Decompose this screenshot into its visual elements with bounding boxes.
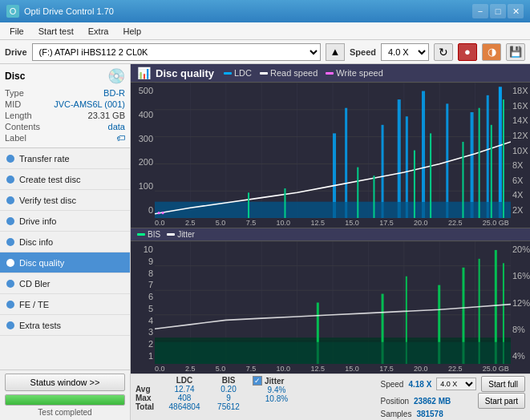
status-window-button[interactable]: Status window >> [5, 374, 125, 391]
start-full-button[interactable]: Start full [481, 376, 525, 392]
nav-create-test-disc-label: Create test disc [19, 175, 80, 184]
menu-help[interactable]: Help [116, 25, 148, 38]
top-chart-y-right: 18X 16X 14X 12X 10X 8X 6X 4X 2X [511, 83, 530, 218]
svg-rect-32 [357, 168, 358, 218]
app-title: Opti Drive Control 1.70 [24, 6, 114, 16]
nav-verify-test-disc[interactable]: Verify test disc [0, 190, 130, 211]
drive-label: Drive [5, 47, 27, 57]
save-button[interactable]: 💾 [506, 43, 525, 61]
chart-legend: LDC Read speed Write speed [224, 68, 383, 78]
legend-jitter-label: Jitter [177, 230, 195, 239]
nav-dot [6, 301, 14, 309]
disc-mid-label: MID [5, 99, 21, 109]
disc-label-icon[interactable]: 🏷 [116, 133, 125, 143]
stats-bar: -- Avg Max Total LDC 12.74 408 4864804 B… [131, 374, 530, 420]
jitter-checkbox[interactable]: ✓ [253, 376, 262, 386]
bottom-chart-svg [155, 241, 511, 364]
speed-label: Speed [380, 380, 403, 389]
nav-drive-info-label: Drive info [19, 216, 56, 226]
bottom-chart-y-right: 20% 16% 12% 8% 4% [511, 241, 530, 364]
svg-rect-20 [398, 99, 401, 218]
nav-drive-info[interactable]: Drive info [0, 211, 130, 232]
nav-extra-tests[interactable]: Extra tests [0, 315, 130, 336]
speed-label: Speed [350, 47, 376, 57]
stats-bis-total: 75612 [212, 402, 245, 411]
svg-rect-27 [155, 202, 511, 218]
nav-disc-info[interactable]: Disc info [0, 232, 130, 252]
nav-fe-te-label: FE / TE [19, 300, 49, 309]
position-label: Position [380, 397, 409, 406]
disc-type-row: Type BD-R [5, 88, 125, 98]
nav-disc-quality-label: Disc quality [19, 258, 64, 268]
disc-icon: 💿 [107, 67, 125, 85]
svg-rect-38 [491, 125, 492, 218]
app-icon: O [6, 5, 19, 18]
nav-create-test-disc[interactable]: Create test disc [0, 169, 130, 190]
disc-panel: Disc 💿 Type BD-R MID JVC-AMS6L (001) Len… [0, 64, 130, 148]
disc-button-1[interactable]: ● [458, 43, 477, 61]
svg-rect-26 [499, 87, 502, 218]
nav-cd-bler[interactable]: CD Bler [0, 273, 130, 294]
chart-header: 📊 Disc quality LDC Read speed Write spee… [131, 64, 530, 83]
stats-avg-label: Avg [136, 385, 161, 394]
svg-rect-25 [487, 95, 489, 218]
refresh-button[interactable]: ↻ [434, 43, 453, 61]
legend-ldc-label: LDC [234, 68, 252, 78]
disc-type-value: BD-R [103, 88, 125, 98]
eject-button[interactable]: ▲ [326, 43, 345, 61]
top-chart-x-labels: 0.0 2.5 5.0 7.5 10.0 12.5 15.0 17.5 20.0… [131, 218, 530, 228]
stats-ldc-avg: 12.74 [164, 385, 204, 394]
nav-disc-quality[interactable]: Disc quality [0, 252, 130, 273]
disc-mid-value: JVC-AMS6L (001) [54, 99, 125, 109]
legend-write-label: Write speed [336, 68, 383, 78]
svg-rect-65 [155, 342, 511, 364]
disc-length-value: 23.31 GB [88, 111, 125, 120]
svg-point-29 [162, 212, 164, 214]
position-row: Position 23862 MB Start part [380, 393, 525, 409]
close-button[interactable]: ✕ [508, 4, 524, 18]
position-val: 23862 MB [414, 397, 451, 406]
chart-area: 📊 Disc quality LDC Read speed Write spee… [131, 64, 530, 420]
menu-file[interactable]: File [3, 25, 30, 38]
stats-ldc-max: 408 [164, 394, 204, 402]
svg-rect-35 [430, 133, 431, 218]
speed-val: 4.18 X [408, 380, 431, 389]
status-area: Status window >> Test completed [0, 370, 130, 420]
jitter-checkbox-area[interactable]: ✓ Jitter [253, 376, 301, 386]
nav-dot [6, 196, 14, 204]
bottom-chart-canvas [155, 241, 511, 364]
speed-select[interactable]: 4.0 X [436, 378, 476, 390]
drive-select[interactable]: (F:) ATAPI iHBS112 2 CL0K [32, 43, 321, 61]
stats-ldc-total: 4864804 [164, 402, 204, 411]
disc-title: Disc [5, 71, 25, 82]
nav-dot [6, 238, 14, 246]
disc-button-2[interactable]: ◑ [482, 43, 501, 61]
sidebar: Disc 💿 Type BD-R MID JVC-AMS6L (001) Len… [0, 64, 131, 420]
legend-ldc-dot [224, 72, 232, 75]
disc-length-row: Length 23.31 GB [5, 111, 125, 120]
nav-dot [6, 259, 14, 267]
start-part-button[interactable]: Start part [478, 393, 525, 409]
bottom-chart-y-left: 10 9 8 7 6 5 4 3 2 1 [131, 241, 155, 364]
legend-write-dot [326, 72, 334, 75]
disc-contents-row: Contents data [5, 122, 125, 131]
nav-dot [6, 155, 14, 163]
stats-bis-max: 9 [212, 394, 245, 402]
speed-select[interactable]: 4.0 X [381, 43, 429, 61]
jitter-label: Jitter [265, 377, 284, 386]
maximize-button[interactable]: □ [490, 4, 506, 18]
menu-extra[interactable]: Extra [82, 25, 115, 38]
window-controls: − □ ✕ [472, 4, 524, 18]
menu-start-test[interactable]: Start test [32, 25, 80, 38]
nav-dot [6, 176, 14, 184]
stats-ldc-header: LDC [164, 376, 204, 385]
nav-fe-te[interactable]: FE / TE [0, 294, 130, 315]
disc-label-row: Label 🏷 [5, 133, 125, 143]
nav-transfer-rate[interactable]: Transfer rate [0, 148, 130, 169]
nav-extra-tests-label: Extra tests [19, 321, 61, 330]
svg-rect-31 [284, 188, 285, 218]
minimize-button[interactable]: − [472, 4, 488, 18]
svg-rect-22 [422, 91, 425, 218]
nav-cd-bler-label: CD Bler [19, 279, 51, 289]
svg-rect-30 [248, 192, 249, 218]
